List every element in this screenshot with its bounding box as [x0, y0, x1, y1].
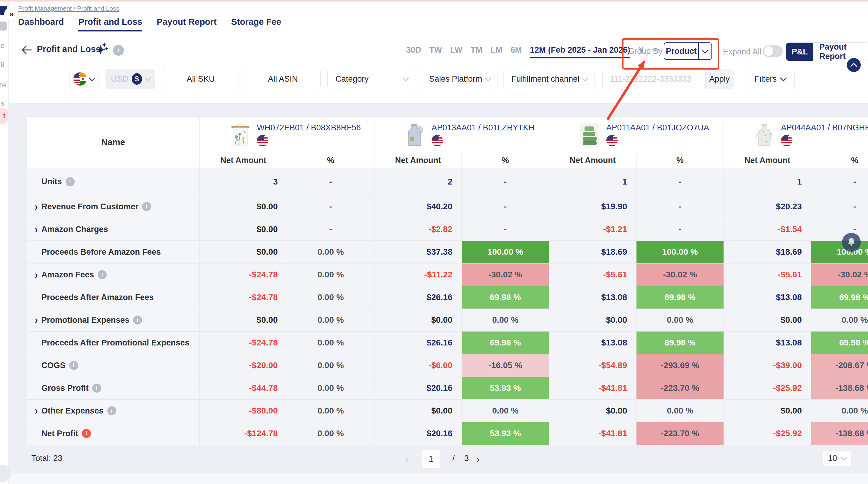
pl-view-button[interactable]: P&L — [786, 42, 813, 61]
time-range-option[interactable]: 30D — [406, 46, 421, 55]
percent-cell: -138.68 % — [811, 377, 868, 399]
net-amount-header: Net Amount — [723, 153, 811, 168]
row-label-cell: Gross Profiti — [27, 377, 199, 399]
next-page-button[interactable]: › — [476, 453, 479, 465]
sidebar-item-fragment[interactable]: s — [1, 99, 4, 107]
time-range-active[interactable]: 12M (Feb 2025 - Jan 2026) — [530, 46, 630, 58]
tab-payout-report[interactable]: Payout Report — [157, 17, 217, 31]
filters-button[interactable]: Filters — [746, 69, 795, 89]
row-label-cell: ›Promotional Expensesi — [27, 309, 199, 331]
row-expand-chevron[interactable]: › — [31, 405, 41, 417]
percent-cell: -293.69 % — [636, 354, 723, 377]
time-range-option[interactable]: TW — [430, 46, 442, 55]
row-expand-chevron[interactable]: › — [31, 201, 41, 212]
expand-all-toggle[interactable] — [763, 46, 783, 57]
groupby-label: Group By — [628, 47, 662, 56]
percent-cell: -223.70 % — [636, 377, 723, 399]
amount-cell: -$20.00 — [199, 354, 287, 377]
time-range-option[interactable]: LW — [450, 46, 463, 55]
back-button[interactable] — [21, 46, 32, 56]
currency-code: USD — [111, 75, 128, 84]
product-link[interactable]: AP044AA01 / B07NGHBQ8T — [781, 123, 868, 133]
chevron-down-icon — [485, 75, 492, 82]
groupby-value: Product — [664, 47, 698, 56]
time-range-option[interactable]: 6M — [510, 46, 522, 55]
tab-dashboard[interactable]: Dashboard — [18, 17, 64, 31]
collapse-panel-button[interactable] — [847, 58, 861, 72]
row-expand-chevron[interactable]: › — [31, 314, 41, 326]
product-link[interactable]: WH072EB01 / B08XB8RF56 — [257, 123, 361, 133]
amount-cell: -$11.22 — [374, 263, 462, 286]
notification-bell-button[interactable] — [842, 233, 861, 252]
row-label: Units — [41, 177, 62, 186]
sku-filter[interactable]: All SKU — [163, 69, 239, 89]
row-info-icon[interactable]: i — [98, 270, 107, 279]
category-filter[interactable]: Category — [327, 69, 415, 89]
fulfillment-channel-filter[interactable]: Fulfillment channel — [503, 69, 594, 89]
amount-cell: $0.00 — [723, 309, 811, 331]
product-link[interactable]: AP011AA01 / B01JOZO7UA — [606, 123, 709, 133]
product-image — [752, 122, 776, 147]
amount-cell: -$124.78 — [199, 422, 287, 445]
row-info-icon[interactable]: i — [82, 429, 91, 438]
amount-cell: $0.00 — [199, 240, 287, 263]
dollar-icon: $ — [132, 73, 142, 85]
apply-button[interactable]: Apply — [705, 69, 733, 89]
breadcrumb[interactable]: Profit Management / Profit and Loss — [18, 5, 119, 12]
payout-report-view-button[interactable]: Payout Report — [813, 42, 868, 61]
amount-cell: -$24.78 — [199, 286, 287, 309]
time-range-option[interactable]: LM — [491, 46, 502, 55]
sales-platform-filter[interactable]: Sales Platform — [421, 69, 497, 89]
row-expand-chevron[interactable]: › — [31, 223, 41, 235]
chevron-down-icon — [699, 50, 711, 53]
groupby-select[interactable]: Product — [664, 42, 712, 60]
percent-header: % — [287, 153, 374, 168]
row-info-icon[interactable]: i — [133, 315, 142, 324]
sidebar-item-fragment[interactable]: e — [1, 41, 4, 50]
row-info-icon[interactable]: i — [69, 361, 78, 370]
order-id-input[interactable]: 111-2222222-3333333 Apply — [602, 69, 734, 89]
amount-cell: -$24.78 — [199, 263, 287, 286]
sidebar-item-fragment[interactable]: g — [1, 59, 4, 67]
percent-cell: - — [287, 168, 374, 195]
amount-cell: $20.23 — [723, 195, 811, 218]
bell-icon — [846, 237, 857, 248]
row-expand-chevron[interactable]: › — [31, 268, 41, 280]
marketplace-select[interactable] — [69, 69, 99, 89]
percent-cell: 0.00 % — [462, 309, 549, 331]
amount-cell: $0.00 — [723, 399, 811, 422]
sidebar-item-fragment[interactable]: te — [0, 81, 6, 89]
page-size-select[interactable]: 10 — [823, 451, 851, 466]
row-info-icon[interactable]: i — [66, 177, 75, 186]
amount-cell: -$25.92 — [723, 377, 811, 399]
row-info-icon[interactable]: i — [92, 383, 101, 393]
sparkle-ai-icon[interactable] — [95, 42, 109, 57]
percent-cell: 69.98 % — [636, 331, 723, 354]
amount-cell: $0.00 — [374, 399, 462, 422]
percent-cell: 0.00 % — [287, 240, 374, 263]
row-info-icon[interactable]: i — [107, 406, 116, 415]
amount-cell: -$25.92 — [723, 422, 811, 445]
prev-page-button[interactable]: ‹ — [405, 453, 408, 465]
tab-profit-and-loss[interactable]: Profit and Loss — [78, 17, 142, 31]
percent-cell: - — [811, 218, 868, 240]
percent-cell: 0.00 % — [287, 263, 374, 286]
row-info-icon[interactable]: i — [142, 202, 151, 211]
sidebar-expand-button[interactable]: » — [4, 7, 19, 21]
title-info-icon[interactable]: i — [113, 45, 124, 56]
asin-filter[interactable]: All ASIN — [245, 69, 321, 89]
amount-cell: -$2.82 — [374, 218, 462, 240]
amount-cell: $40.20 — [374, 195, 462, 218]
sidebar-item-active[interactable]: t — [0, 108, 8, 124]
currency-select[interactable]: USD $ — [105, 69, 155, 89]
percent-cell: - — [811, 168, 868, 195]
tab-storage-fee[interactable]: Storage Fee — [231, 17, 281, 31]
chevron-down-icon — [582, 75, 589, 82]
sales-platform-label: Sales Platform — [429, 75, 483, 84]
product-link[interactable]: AP013AA01 / B01LZRYTKH — [432, 123, 534, 133]
percent-cell: 69.98 % — [811, 286, 868, 309]
current-page-box[interactable]: 1 — [422, 450, 440, 468]
expand-all-label: Expand All — [723, 47, 762, 57]
time-range-option[interactable]: TM — [471, 46, 483, 55]
chevron-down-icon — [145, 75, 151, 81]
